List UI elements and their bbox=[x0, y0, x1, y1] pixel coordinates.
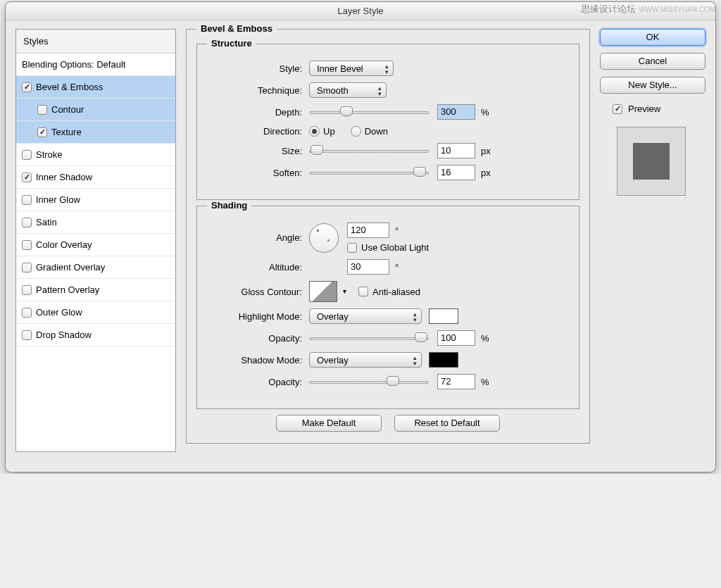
soften-slider[interactable] bbox=[309, 167, 429, 178]
ok-button[interactable]: OK bbox=[600, 29, 706, 46]
shading-group: Shading Angle: 120° Use Global Light Alt… bbox=[196, 206, 579, 409]
watermark: 思缘设计论坛WWW.MISSYUAN.COM bbox=[581, 3, 715, 15]
highlight-color-swatch[interactable] bbox=[429, 308, 458, 324]
sidebar-stroke[interactable]: Stroke bbox=[16, 144, 175, 166]
updown-icon: ▴▾ bbox=[413, 355, 417, 366]
highlight-opacity-slider[interactable] bbox=[309, 332, 429, 344]
size-slider[interactable] bbox=[309, 145, 429, 156]
soften-input[interactable]: 16 bbox=[437, 165, 475, 180]
size-label: Size: bbox=[207, 146, 302, 156]
updown-icon: ▴▾ bbox=[413, 311, 417, 323]
shadow-opacity-slider[interactable] bbox=[309, 376, 429, 387]
highlight-mode-label: Highlight Mode: bbox=[207, 311, 302, 322]
sidebar-contour[interactable]: Contour bbox=[16, 99, 175, 121]
shadow-mode-label: Shadow Mode: bbox=[207, 355, 302, 365]
altitude-input[interactable]: 30 bbox=[347, 259, 389, 275]
sidebar-pattern-overlay[interactable]: Pattern Overlay bbox=[16, 279, 175, 301]
sidebar-satin[interactable]: Satin bbox=[16, 211, 175, 234]
checkbox-icon[interactable] bbox=[22, 285, 32, 295]
style-dropdown[interactable]: Inner Bevel▴▾ bbox=[309, 61, 394, 76]
technique-dropdown[interactable]: Smooth▴▾ bbox=[309, 82, 387, 98]
shadow-opacity-input[interactable]: 72 bbox=[437, 374, 475, 389]
direction-label: Direction: bbox=[207, 126, 302, 137]
shadow-mode-dropdown[interactable]: Overlay▴▾ bbox=[309, 352, 422, 368]
gloss-contour-label: Gloss Contour: bbox=[207, 287, 302, 297]
depth-input[interactable]: 300 bbox=[437, 104, 475, 120]
chevron-down-icon: ▾ bbox=[343, 287, 346, 295]
checkbox-icon[interactable] bbox=[37, 127, 47, 137]
updown-icon: ▴▾ bbox=[385, 63, 389, 75]
gloss-contour-picker[interactable]: ▾ bbox=[309, 281, 337, 302]
checkbox-icon[interactable] bbox=[22, 218, 32, 227]
preview-swatch bbox=[617, 127, 686, 196]
shadow-color-swatch[interactable] bbox=[429, 352, 458, 368]
altitude-label: Altitude: bbox=[207, 262, 302, 273]
highlight-opacity-label: Opacity: bbox=[207, 333, 302, 344]
shadow-opacity-label: Opacity: bbox=[207, 377, 302, 387]
checkbox-icon[interactable] bbox=[22, 195, 32, 205]
highlight-mode-dropdown[interactable]: Overlay▴▾ bbox=[309, 308, 422, 324]
styles-sidebar: Styles Blending Options: Default Bevel &… bbox=[15, 29, 176, 452]
sidebar-inner-shadow[interactable]: Inner Shadow bbox=[16, 166, 175, 189]
sidebar-texture[interactable]: Texture bbox=[16, 121, 175, 144]
angle-label: Angle: bbox=[207, 232, 302, 243]
sidebar-gradient-overlay[interactable]: Gradient Overlay bbox=[16, 256, 175, 279]
checkbox-icon[interactable] bbox=[37, 105, 47, 115]
checkbox-icon[interactable] bbox=[22, 150, 32, 160]
cancel-button[interactable]: Cancel bbox=[600, 53, 706, 70]
sidebar-inner-glow[interactable]: Inner Glow bbox=[16, 189, 175, 211]
soften-label: Soften: bbox=[207, 168, 302, 178]
sidebar-header[interactable]: Styles bbox=[16, 30, 175, 54]
checkbox-icon[interactable] bbox=[22, 240, 32, 250]
structure-group: Structure Style: Inner Bevel▴▾ Technique… bbox=[196, 44, 579, 200]
anti-aliased-checkbox[interactable] bbox=[358, 287, 368, 296]
sidebar-bevel-emboss[interactable]: Bevel & Emboss bbox=[16, 76, 175, 99]
checkbox-icon[interactable] bbox=[22, 308, 32, 318]
sidebar-blending-options[interactable]: Blending Options: Default bbox=[16, 54, 175, 76]
sidebar-color-overlay[interactable]: Color Overlay bbox=[16, 234, 175, 256]
size-input[interactable]: 10 bbox=[437, 143, 475, 158]
global-light-checkbox[interactable] bbox=[347, 243, 357, 253]
highlight-opacity-input[interactable]: 100 bbox=[437, 330, 475, 346]
new-style-button[interactable]: New Style... bbox=[600, 77, 706, 94]
make-default-button[interactable]: Make Default bbox=[276, 415, 382, 432]
bevel-emboss-panel: Bevel & Emboss Structure Style: Inner Be… bbox=[186, 29, 590, 444]
reset-default-button[interactable]: Reset to Default bbox=[394, 415, 500, 432]
checkbox-icon[interactable] bbox=[22, 263, 32, 273]
depth-label: Depth: bbox=[207, 107, 302, 118]
sidebar-outer-glow[interactable]: Outer Glow bbox=[16, 301, 175, 324]
technique-label: Technique: bbox=[207, 85, 302, 96]
direction-down-radio[interactable] bbox=[351, 126, 361, 137]
angle-dial[interactable] bbox=[309, 223, 339, 253]
checkbox-icon[interactable] bbox=[22, 330, 32, 340]
panel-title: Bevel & Emboss bbox=[196, 23, 277, 34]
layer-style-dialog: Layer Style Styles Blending Options: Def… bbox=[5, 1, 716, 473]
sidebar-drop-shadow[interactable]: Drop Shadow bbox=[16, 324, 175, 346]
preview-checkbox[interactable] bbox=[613, 104, 622, 114]
direction-up-radio[interactable] bbox=[309, 126, 320, 137]
style-label: Style: bbox=[207, 63, 302, 74]
depth-slider[interactable] bbox=[309, 106, 429, 118]
angle-input[interactable]: 120 bbox=[347, 223, 389, 238]
updown-icon: ▴▾ bbox=[378, 85, 382, 96]
checkbox-icon[interactable] bbox=[22, 173, 32, 182]
preview-label: Preview bbox=[628, 104, 660, 114]
checkbox-icon[interactable] bbox=[22, 82, 32, 92]
